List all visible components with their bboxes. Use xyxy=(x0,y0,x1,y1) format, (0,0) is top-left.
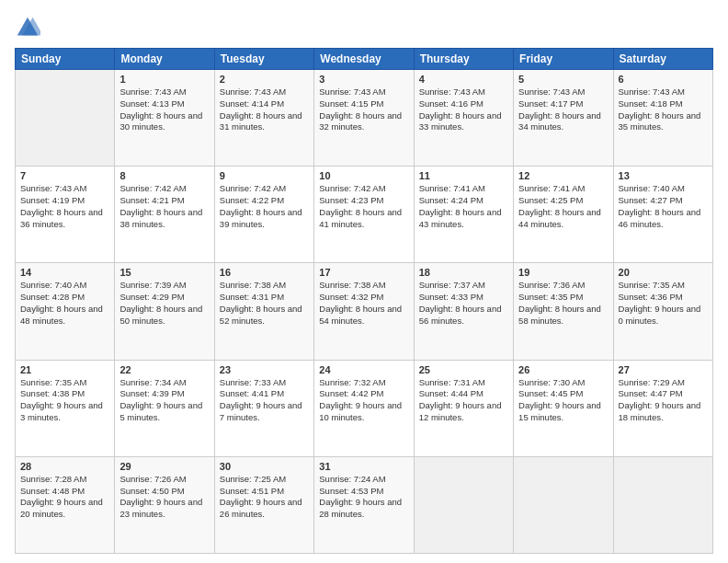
day-number: 14 xyxy=(20,267,109,278)
day-info: Sunrise: 7:43 AM Sunset: 4:16 PM Dayligh… xyxy=(419,86,508,133)
day-cell: 6 Sunrise: 7:43 AM Sunset: 4:18 PM Dayli… xyxy=(613,70,712,167)
day-number: 23 xyxy=(220,364,309,375)
day-cell: 12 Sunrise: 7:41 AM Sunset: 4:25 PM Dayl… xyxy=(514,167,613,263)
day-info: Sunrise: 7:36 AM Sunset: 4:35 PM Dayligh… xyxy=(518,280,608,327)
day-number: 19 xyxy=(518,267,608,278)
day-info: Sunrise: 7:43 AM Sunset: 4:14 PM Dayligh… xyxy=(220,86,309,133)
day-info: Sunrise: 7:34 AM Sunset: 4:39 PM Dayligh… xyxy=(119,377,209,424)
day-info: Sunrise: 7:31 AM Sunset: 4:44 PM Dayligh… xyxy=(419,377,508,424)
day-info: Sunrise: 7:35 AM Sunset: 4:38 PM Dayligh… xyxy=(20,377,109,424)
page: SundayMondayTuesdayWednesdayThursdayFrid… xyxy=(0,0,728,563)
day-cell xyxy=(16,70,115,167)
day-info: Sunrise: 7:38 AM Sunset: 4:31 PM Dayligh… xyxy=(220,280,309,327)
day-info: Sunrise: 7:43 AM Sunset: 4:17 PM Dayligh… xyxy=(518,86,608,133)
day-cell: 17 Sunrise: 7:38 AM Sunset: 4:32 PM Dayl… xyxy=(314,263,414,360)
day-info: Sunrise: 7:37 AM Sunset: 4:33 PM Dayligh… xyxy=(419,280,508,327)
day-number: 2 xyxy=(220,74,309,85)
day-info: Sunrise: 7:43 AM Sunset: 4:19 PM Dayligh… xyxy=(20,183,109,230)
week-row-3: 14 Sunrise: 7:40 AM Sunset: 4:28 PM Dayl… xyxy=(16,263,713,360)
header xyxy=(15,15,713,40)
day-info: Sunrise: 7:30 AM Sunset: 4:45 PM Dayligh… xyxy=(518,377,608,424)
logo xyxy=(15,15,44,40)
day-cell: 30 Sunrise: 7:25 AM Sunset: 4:51 PM Dayl… xyxy=(214,456,313,553)
day-number: 16 xyxy=(220,267,309,278)
day-number: 7 xyxy=(20,170,109,181)
day-cell: 29 Sunrise: 7:26 AM Sunset: 4:50 PM Dayl… xyxy=(115,456,214,553)
day-header-friday: Friday xyxy=(514,49,613,70)
day-number: 1 xyxy=(119,74,209,85)
day-cell: 3 Sunrise: 7:43 AM Sunset: 4:15 PM Dayli… xyxy=(314,70,414,167)
day-cell: 18 Sunrise: 7:37 AM Sunset: 4:33 PM Dayl… xyxy=(414,263,513,360)
day-info: Sunrise: 7:43 AM Sunset: 4:15 PM Dayligh… xyxy=(319,86,408,133)
day-cell xyxy=(414,456,513,553)
day-info: Sunrise: 7:43 AM Sunset: 4:13 PM Dayligh… xyxy=(119,86,209,133)
day-info: Sunrise: 7:25 AM Sunset: 4:51 PM Dayligh… xyxy=(220,474,309,521)
day-number: 15 xyxy=(119,267,209,278)
day-cell: 16 Sunrise: 7:38 AM Sunset: 4:31 PM Dayl… xyxy=(214,263,313,360)
day-cell: 19 Sunrise: 7:36 AM Sunset: 4:35 PM Dayl… xyxy=(514,263,613,360)
day-info: Sunrise: 7:42 AM Sunset: 4:22 PM Dayligh… xyxy=(220,183,309,230)
logo-icon xyxy=(15,15,40,40)
day-cell: 23 Sunrise: 7:33 AM Sunset: 4:41 PM Dayl… xyxy=(214,360,313,456)
day-cell: 1 Sunrise: 7:43 AM Sunset: 4:13 PM Dayli… xyxy=(115,70,214,167)
day-info: Sunrise: 7:42 AM Sunset: 4:23 PM Dayligh… xyxy=(319,183,408,230)
day-number: 28 xyxy=(20,461,109,472)
week-row-4: 21 Sunrise: 7:35 AM Sunset: 4:38 PM Dayl… xyxy=(16,360,713,456)
day-info: Sunrise: 7:43 AM Sunset: 4:18 PM Dayligh… xyxy=(619,86,708,133)
day-cell: 14 Sunrise: 7:40 AM Sunset: 4:28 PM Dayl… xyxy=(16,263,115,360)
day-cell xyxy=(514,456,613,553)
day-cell: 20 Sunrise: 7:35 AM Sunset: 4:36 PM Dayl… xyxy=(613,263,712,360)
day-cell: 25 Sunrise: 7:31 AM Sunset: 4:44 PM Dayl… xyxy=(414,360,513,456)
calendar-header: SundayMondayTuesdayWednesdayThursdayFrid… xyxy=(16,49,713,70)
header-row: SundayMondayTuesdayWednesdayThursdayFrid… xyxy=(16,49,713,70)
day-number: 13 xyxy=(619,170,708,181)
day-info: Sunrise: 7:29 AM Sunset: 4:47 PM Dayligh… xyxy=(619,377,708,424)
day-info: Sunrise: 7:40 AM Sunset: 4:28 PM Dayligh… xyxy=(20,280,109,327)
day-info: Sunrise: 7:26 AM Sunset: 4:50 PM Dayligh… xyxy=(119,474,209,521)
day-number: 22 xyxy=(119,364,209,375)
day-info: Sunrise: 7:28 AM Sunset: 4:48 PM Dayligh… xyxy=(20,474,109,521)
day-header-saturday: Saturday xyxy=(613,49,712,70)
day-number: 20 xyxy=(619,267,708,278)
day-cell: 24 Sunrise: 7:32 AM Sunset: 4:42 PM Dayl… xyxy=(314,360,414,456)
day-number: 5 xyxy=(518,74,608,85)
day-cell: 7 Sunrise: 7:43 AM Sunset: 4:19 PM Dayli… xyxy=(16,167,115,263)
day-cell: 9 Sunrise: 7:42 AM Sunset: 4:22 PM Dayli… xyxy=(214,167,313,263)
day-info: Sunrise: 7:35 AM Sunset: 4:36 PM Dayligh… xyxy=(619,280,708,327)
day-info: Sunrise: 7:42 AM Sunset: 4:21 PM Dayligh… xyxy=(119,183,209,230)
day-info: Sunrise: 7:24 AM Sunset: 4:53 PM Dayligh… xyxy=(319,474,408,521)
day-info: Sunrise: 7:38 AM Sunset: 4:32 PM Dayligh… xyxy=(319,280,408,327)
week-row-1: 1 Sunrise: 7:43 AM Sunset: 4:13 PM Dayli… xyxy=(16,70,713,167)
day-number: 12 xyxy=(518,170,608,181)
day-cell: 27 Sunrise: 7:29 AM Sunset: 4:47 PM Dayl… xyxy=(613,360,712,456)
day-number: 6 xyxy=(619,74,708,85)
day-number: 8 xyxy=(119,170,209,181)
day-cell xyxy=(613,456,712,553)
day-info: Sunrise: 7:32 AM Sunset: 4:42 PM Dayligh… xyxy=(319,377,408,424)
day-cell: 26 Sunrise: 7:30 AM Sunset: 4:45 PM Dayl… xyxy=(514,360,613,456)
week-row-2: 7 Sunrise: 7:43 AM Sunset: 4:19 PM Dayli… xyxy=(16,167,713,263)
day-cell: 2 Sunrise: 7:43 AM Sunset: 4:14 PM Dayli… xyxy=(214,70,313,167)
day-header-thursday: Thursday xyxy=(414,49,513,70)
day-cell: 22 Sunrise: 7:34 AM Sunset: 4:39 PM Dayl… xyxy=(115,360,214,456)
day-cell: 28 Sunrise: 7:28 AM Sunset: 4:48 PM Dayl… xyxy=(16,456,115,553)
day-cell: 21 Sunrise: 7:35 AM Sunset: 4:38 PM Dayl… xyxy=(16,360,115,456)
day-number: 9 xyxy=(220,170,309,181)
day-number: 4 xyxy=(419,74,508,85)
day-info: Sunrise: 7:39 AM Sunset: 4:29 PM Dayligh… xyxy=(119,280,209,327)
day-number: 30 xyxy=(220,461,309,472)
day-number: 29 xyxy=(119,461,209,472)
day-number: 3 xyxy=(319,74,408,85)
week-row-5: 28 Sunrise: 7:28 AM Sunset: 4:48 PM Dayl… xyxy=(16,456,713,553)
day-cell: 11 Sunrise: 7:41 AM Sunset: 4:24 PM Dayl… xyxy=(414,167,513,263)
day-info: Sunrise: 7:40 AM Sunset: 4:27 PM Dayligh… xyxy=(619,183,708,230)
day-number: 18 xyxy=(419,267,508,278)
day-cell: 10 Sunrise: 7:42 AM Sunset: 4:23 PM Dayl… xyxy=(314,167,414,263)
day-cell: 15 Sunrise: 7:39 AM Sunset: 4:29 PM Dayl… xyxy=(115,263,214,360)
day-header-tuesday: Tuesday xyxy=(214,49,313,70)
day-info: Sunrise: 7:41 AM Sunset: 4:24 PM Dayligh… xyxy=(419,183,508,230)
calendar: SundayMondayTuesdayWednesdayThursdayFrid… xyxy=(15,48,713,554)
day-cell: 5 Sunrise: 7:43 AM Sunset: 4:17 PM Dayli… xyxy=(514,70,613,167)
day-number: 24 xyxy=(319,364,408,375)
day-number: 17 xyxy=(319,267,408,278)
